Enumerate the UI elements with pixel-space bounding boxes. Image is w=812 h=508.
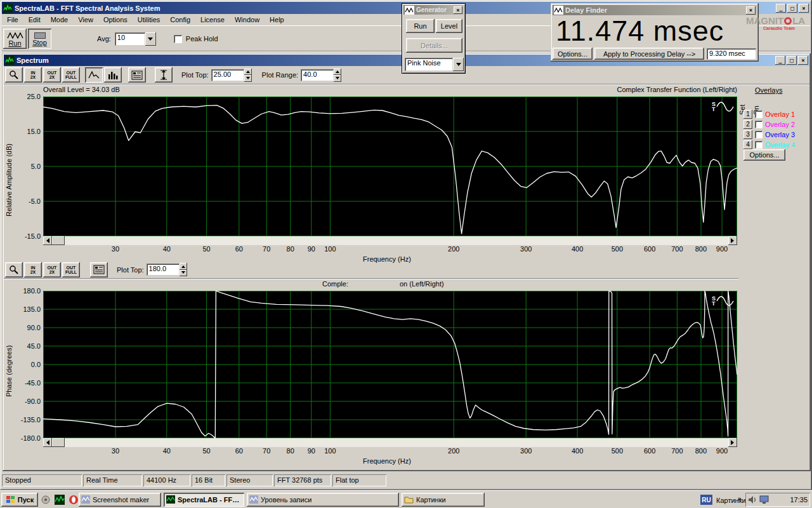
chart2-scroll-thumb[interactable]: [52, 438, 65, 447]
peak-hold-checkbox[interactable]: [174, 35, 182, 43]
overlay-1-on-checkbox[interactable]: [755, 110, 763, 118]
plot-range-field[interactable]: 40.0: [301, 69, 334, 81]
menu-item-mode[interactable]: Mode: [46, 15, 74, 25]
phase-plot-top-label: Plot Top:: [117, 266, 144, 274]
phase-zoom-out-2x-button[interactable]: OUT2X: [43, 262, 61, 277]
status-cell-1: Real Time: [83, 474, 142, 486]
chart1-scroll-thumb[interactable]: [52, 236, 65, 245]
sine-wave-icon: [716, 295, 735, 307]
phase-plot: [43, 291, 737, 438]
delay-options-button[interactable]: Options...: [553, 48, 593, 60]
overlay-2-on-checkbox[interactable]: [755, 121, 763, 128]
zoom-out-2x-button[interactable]: OUT2X: [43, 67, 61, 83]
status-cell-4: Stereo: [226, 474, 273, 486]
avg-value: 10: [115, 32, 145, 46]
phase-zoom-tool-button[interactable]: [5, 262, 23, 277]
overlay-1-set-button[interactable]: 1: [743, 110, 752, 119]
chart2-scroll-right-button[interactable]: [728, 438, 737, 447]
chart2-h-scrollbar: [43, 438, 737, 447]
generator-level-button[interactable]: Level: [436, 19, 462, 33]
y-tick-label: 90.0: [15, 324, 41, 331]
processing-delay-field[interactable]: 9.320 msec: [707, 48, 756, 60]
spectrum-close-button[interactable]: ×: [798, 56, 808, 65]
plot-top-field[interactable]: 25.00: [211, 69, 244, 81]
avg-combobox[interactable]: 10: [115, 32, 156, 46]
task-button-3[interactable]: Уровень записи: [247, 493, 399, 507]
bar-plot-mode-button[interactable]: [104, 67, 122, 83]
task-label: SpectraLAB - FFT Spe...: [178, 496, 242, 504]
display-options-button[interactable]: [128, 67, 146, 83]
status-cell-2: 44100 Hz: [143, 474, 190, 486]
speaker-icon[interactable]: [748, 495, 757, 504]
phase-display-options-button[interactable]: [90, 262, 108, 277]
spectrum-minimize-button[interactable]: _: [775, 56, 785, 65]
phase-zoom-out-full-button[interactable]: OUTFULL: [62, 262, 80, 277]
series-transfer-amplitude: [43, 105, 737, 234]
chart2-scroll-left-button[interactable]: [43, 438, 52, 447]
menu-item-utilities[interactable]: Utilities: [133, 15, 165, 25]
task-button-4[interactable]: Картинки: [402, 493, 485, 507]
start-button[interactable]: Пуск: [1, 493, 38, 507]
zoom-tool-button[interactable]: [5, 67, 23, 83]
x-tick-label: 500: [606, 447, 629, 455]
x-tick-label: 70: [255, 245, 278, 253]
quick-launch-spectralab-icon[interactable]: [55, 495, 65, 505]
menu-item-file[interactable]: File: [2, 15, 23, 25]
overlay-3-on-checkbox[interactable]: [755, 131, 763, 138]
clock[interactable]: 17:35: [790, 496, 808, 504]
plot-range-spinner[interactable]: [334, 69, 341, 82]
tray-toolbar-chevron[interactable]: »: [738, 495, 742, 502]
generator-close-button[interactable]: ×: [454, 6, 462, 14]
vertical-scale-button[interactable]: [155, 67, 173, 83]
phase-plot-top-spinner[interactable]: [180, 263, 187, 276]
stop-button[interactable]: Stop: [28, 29, 51, 49]
close-button[interactable]: ×: [799, 4, 809, 13]
task-icon: [81, 495, 90, 505]
menu-item-license[interactable]: License: [195, 15, 230, 25]
avg-dropdown-arrow[interactable]: [145, 32, 156, 46]
generator-signal-combobox[interactable]: Pink Noise: [405, 58, 464, 71]
menu-item-edit[interactable]: Edit: [23, 15, 46, 25]
task-button-2[interactable]: SpectraLAB - FFT Spe...: [164, 493, 244, 507]
generator-icon: [405, 6, 414, 15]
zoom-out-full-button[interactable]: OUTFULL: [62, 67, 80, 83]
overlay-4-set-button[interactable]: 4: [743, 140, 752, 149]
x-tick-label: 800: [690, 245, 712, 253]
display-settings-icon[interactable]: [759, 495, 769, 504]
generator-run-button[interactable]: Run: [406, 19, 435, 33]
delay-readout: 11.474 msec: [556, 15, 724, 48]
plot-top-spinner[interactable]: [244, 69, 252, 82]
menu-item-view[interactable]: View: [73, 15, 98, 25]
spectrum-maximize-button[interactable]: □: [787, 56, 797, 65]
overlays-options-button[interactable]: Options...: [743, 149, 785, 161]
task-icon: [249, 495, 258, 505]
run-button[interactable]: Run: [3, 29, 27, 49]
generator-signal-dropdown-arrow[interactable]: [453, 58, 464, 71]
overlay-3-set-button[interactable]: 3: [743, 130, 752, 139]
menu-item-config[interactable]: Config: [165, 15, 195, 25]
chart1-scroll-right-button[interactable]: [728, 236, 737, 245]
apply-processing-delay-button[interactable]: Apply to Processing Delay -->: [594, 48, 704, 60]
minimize-button[interactable]: _: [776, 4, 786, 13]
menu-item-window[interactable]: Window: [230, 15, 265, 25]
plot-top-label: Plot Top:: [181, 71, 209, 79]
quick-launch-volume-icon[interactable]: [41, 495, 51, 505]
overlay-4-on-checkbox[interactable]: [755, 141, 763, 149]
zoom-in-2x-button[interactable]: IN2X: [24, 67, 42, 83]
delay-finder-close-button[interactable]: ×: [746, 6, 756, 15]
generator-details-button[interactable]: Details...: [406, 38, 462, 53]
menu-item-help[interactable]: Help: [265, 15, 289, 25]
quick-launch-opera-icon[interactable]: [69, 495, 79, 505]
menu-item-options[interactable]: Options: [98, 15, 133, 25]
overlay-2-set-button[interactable]: 2: [743, 120, 752, 129]
phase-zoom-in-2x-button[interactable]: IN2X: [24, 262, 42, 277]
maximize-button[interactable]: □: [787, 4, 797, 13]
stop-icon: [34, 32, 46, 39]
line-plot-mode-button[interactable]: [85, 67, 103, 83]
amplitude-plot: [43, 97, 737, 236]
phase-plot-top-field[interactable]: 180.0: [147, 264, 180, 276]
language-indicator[interactable]: RU: [700, 495, 712, 505]
grid-lines: [43, 97, 737, 236]
task-button-1[interactable]: Screenshot maker: [79, 493, 161, 507]
chart1-scroll-left-button[interactable]: [43, 236, 52, 245]
